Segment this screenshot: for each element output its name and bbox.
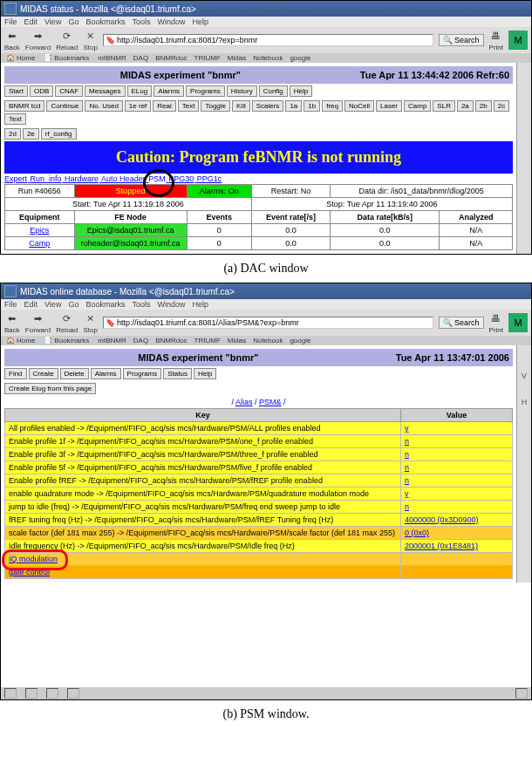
reload-button[interactable]: ⟳Reload — [56, 311, 78, 334]
btn-2e[interactable]: 2e — [23, 128, 39, 140]
btn-status[interactable]: Status — [163, 368, 192, 379]
btn-2d[interactable]: 2d — [4, 128, 21, 140]
back-button[interactable]: ⬅Back — [4, 311, 20, 334]
btn-find[interactable]: Find — [4, 368, 27, 379]
btn-delete[interactable]: Delete — [60, 368, 89, 379]
link-notebook[interactable]: Notebook — [251, 54, 284, 62]
bookmarks-bar[interactable]: 🏠Home 📑Bookmarks mtBNMR DAQ BNMRdoc TRIU… — [1, 53, 531, 63]
address-bar[interactable]: 🔖http://isdaq01.triumf.ca:8081/?exp=bnmr — [103, 34, 433, 46]
print-button[interactable]: 🖶Print — [489, 29, 503, 51]
menu-bookmarks[interactable]: Bookmarks — [85, 17, 125, 26]
value-link[interactable]: n — [405, 476, 409, 485]
link-midas[interactable]: Midas — [226, 337, 248, 344]
btn-laser[interactable]: Laser — [376, 100, 402, 112]
value-link[interactable]: 2000001 (0x1E8481) — [405, 542, 478, 550]
btn-nocell[interactable]: NoCell — [344, 100, 374, 112]
menu-window[interactable]: Window — [157, 300, 185, 309]
btn-odb[interactable]: ODB — [30, 85, 53, 97]
btn-alarms[interactable]: Alarms — [153, 85, 184, 97]
btn-1a[interactable]: 1a — [285, 100, 302, 112]
btn-2c[interactable]: 2c — [494, 100, 509, 112]
link-notebook[interactable]: Notebook — [251, 337, 284, 344]
btn-1b[interactable]: 1b — [304, 100, 320, 112]
value-link[interactable]: n — [405, 437, 409, 446]
bookmark-icon[interactable]: 🔖 — [106, 318, 115, 327]
btn-no-used[interactable]: No. Used — [85, 100, 122, 112]
btn-cnaf[interactable]: CNAF — [55, 85, 83, 97]
btn-camp[interactable]: Camp — [404, 100, 431, 112]
print-button[interactable]: 🖶Print — [489, 311, 503, 334]
stop-button[interactable]: ⨯Stop — [84, 29, 98, 51]
link-midas[interactable]: Midas — [226, 54, 248, 62]
link-triumf[interactable]: TRIUMF — [193, 337, 222, 344]
btn-programs[interactable]: Programs — [123, 368, 162, 379]
stop-button[interactable]: ⨯Stop — [84, 311, 98, 334]
menu-bar[interactable]: File Edit View Go Bookmarks Tools Window… — [1, 17, 531, 27]
back-button[interactable]: ⬅Back — [4, 29, 20, 51]
link-expert[interactable]: Expert — [4, 174, 27, 183]
menu-go[interactable]: Go — [68, 17, 78, 26]
link-bnmrdoc[interactable]: BNMRdoc — [153, 54, 188, 62]
bookmark-icon[interactable]: 🔖 — [106, 36, 115, 44]
btn-help[interactable]: Help — [290, 85, 312, 97]
value-link[interactable]: y — [405, 424, 409, 433]
bookmarks-link[interactable]: 📑Bookmarks — [42, 337, 92, 344]
bookmarks-bar-2[interactable]: 🏠Home 📑Bookmarks mtBNMR DAQ BNMRdoc TRIU… — [1, 336, 531, 345]
btn-toggle[interactable]: Toggle — [201, 100, 230, 112]
link-run-info[interactable]: Run_info — [31, 174, 62, 183]
menu-help[interactable]: Help — [192, 17, 208, 26]
link-auto-header[interactable]: Auto Header — [101, 174, 146, 183]
value-link[interactable]: 4000000 (0x3D0900) — [405, 515, 479, 524]
btn-scalers[interactable]: Scalers — [252, 100, 284, 112]
btn-freq[interactable]: freq — [322, 100, 343, 112]
btn-slr[interactable]: SLR — [433, 100, 455, 112]
menu-window[interactable]: Window — [157, 17, 185, 26]
btn-continue[interactable]: Continue — [46, 100, 83, 112]
btn-create[interactable]: Create — [29, 368, 58, 379]
menu-file[interactable]: File — [4, 17, 17, 26]
link-ppg1c[interactable]: PPG1c — [197, 174, 222, 183]
value-link[interactable]: y — [405, 489, 409, 498]
menu-tools[interactable]: Tools — [132, 300, 150, 309]
btn-alarms[interactable]: Alarms — [91, 368, 121, 379]
btn-start[interactable]: Start — [4, 85, 28, 97]
eq-camp[interactable]: Camp — [29, 239, 50, 248]
eq-epics[interactable]: Epics — [30, 226, 49, 235]
value-link[interactable]: 0 (0x0) — [405, 529, 429, 537]
reload-button[interactable]: ⟳Reload — [56, 29, 78, 51]
link-ppg30[interactable]: PPG30 — [168, 174, 194, 183]
link-psm[interactable]: PSM — [148, 174, 166, 183]
menu-view[interactable]: View — [44, 300, 61, 309]
home-link[interactable]: 🏠Home — [4, 337, 38, 344]
menu-file[interactable]: File — [4, 300, 17, 309]
btn-messages[interactable]: Messages — [85, 85, 125, 97]
search-button[interactable]: 🔍Search — [439, 34, 484, 46]
search-button[interactable]: 🔍Search — [439, 317, 484, 329]
link-google[interactable]: google — [288, 54, 312, 62]
value-link[interactable]: n — [405, 463, 409, 472]
crumb-alias[interactable]: Alias — [235, 398, 253, 406]
link-triumf[interactable]: TRIUMF — [193, 54, 222, 62]
menu-bar-2[interactable]: File Edit View Go Bookmarks Tools Window… — [1, 299, 531, 310]
link-mtbnmr[interactable]: mtBNMR — [96, 337, 127, 344]
menu-help[interactable]: Help — [192, 300, 208, 309]
btn-text[interactable]: Text — [178, 100, 200, 112]
bookmarks-link[interactable]: 📑Bookmarks — [42, 54, 92, 62]
btn-help[interactable]: Help — [194, 368, 216, 379]
btn-programs[interactable]: Programs — [186, 85, 225, 97]
btn-elog[interactable]: ELog — [127, 85, 153, 97]
forward-button[interactable]: ➡Forward — [25, 311, 51, 334]
btn-history[interactable]: History — [227, 85, 257, 97]
menu-go[interactable]: Go — [68, 300, 78, 309]
link-daq[interactable]: DAQ — [132, 337, 150, 344]
link-bnmrdoc[interactable]: BNMRdoc — [153, 337, 188, 344]
menu-view[interactable]: View — [44, 17, 61, 26]
menu-bookmarks[interactable]: Bookmarks — [85, 300, 125, 309]
create-elog-button[interactable]: Create Elog from this page — [4, 383, 96, 394]
btn-2b[interactable]: 2b — [475, 100, 492, 112]
btn-real[interactable]: Real — [153, 100, 175, 112]
value-link[interactable]: n — [405, 502, 409, 511]
link-mtbnmr[interactable]: mtBNMR — [96, 54, 127, 62]
menu-tools[interactable]: Tools — [132, 17, 150, 26]
value-link[interactable]: n — [405, 450, 409, 459]
